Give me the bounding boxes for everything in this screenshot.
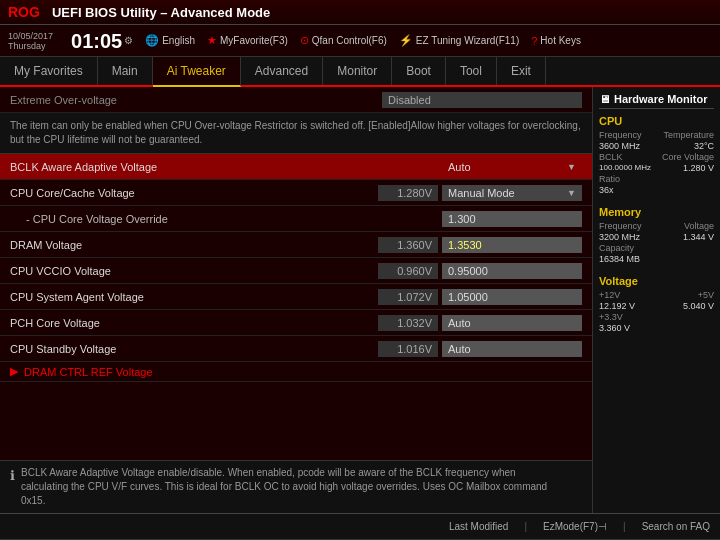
expand-icon: ▶: [10, 365, 18, 378]
cpu-bclk-val-row: 100.0000 MHz 1.280 V: [599, 163, 714, 173]
v33-val-row: 3.360 V: [599, 323, 714, 333]
tab-exit[interactable]: Exit: [497, 57, 546, 85]
hotkeys-icon: ?: [531, 35, 537, 47]
mem-freq-row: Frequency Voltage: [599, 221, 714, 231]
pch-core-value[interactable]: Auto: [442, 315, 582, 331]
dram-voltage-value[interactable]: 1.3530: [442, 237, 582, 253]
info-box: The item can only be enabled when CPU Ov…: [0, 113, 592, 154]
tab-boot[interactable]: Boot: [392, 57, 446, 85]
separator1: |: [524, 521, 527, 532]
voltage-section-title: Voltage: [599, 275, 714, 287]
tab-tool[interactable]: Tool: [446, 57, 497, 85]
settings-icon[interactable]: ⚙: [124, 35, 133, 46]
cpu-sys-agent-label: CPU System Agent Voltage: [10, 291, 378, 303]
v12-val-row: 12.192 V 5.040 V: [599, 301, 714, 311]
v33-label-row: +3.3V: [599, 312, 714, 322]
my-favorite-btn[interactable]: ★ MyFavorite(F3): [207, 34, 288, 47]
hot-keys-btn[interactable]: ? Hot Keys: [531, 35, 581, 47]
dram-voltage-current: 1.360V: [378, 237, 438, 253]
content-area: Extreme Over-voltage Disabled The item c…: [0, 87, 592, 513]
footer-info-text: BCLK Aware Adaptive Voltage enable/disab…: [21, 466, 562, 508]
memory-section: Memory Frequency Voltage 3200 MHz 1.344 …: [599, 206, 714, 265]
time-display: 01:05: [71, 31, 122, 51]
bclk-aware-dropdown[interactable]: Auto ▼: [442, 159, 582, 175]
cpu-cache-voltage-current: 1.280V: [378, 185, 438, 201]
header: ROG UEFI BIOS Utility – Advanced Mode: [0, 0, 720, 25]
cpu-cache-voltage-label: CPU Core/Cache Voltage: [10, 187, 378, 199]
main-layout: Extreme Over-voltage Disabled The item c…: [0, 87, 720, 513]
tab-ai-tweaker[interactable]: Ai Tweaker: [153, 57, 241, 87]
mem-cap-row: Capacity: [599, 243, 714, 253]
monitor-icon: 🖥: [599, 93, 610, 105]
qfan-control-btn[interactable]: ⊙ Qfan Control(F6): [300, 34, 387, 47]
dram-voltage-label: DRAM Voltage: [10, 239, 378, 251]
search-faq-btn[interactable]: Search on FAQ: [642, 521, 710, 532]
cpu-freq-row: Frequency Temperature: [599, 130, 714, 140]
cpu-vccio-current: 0.960V: [378, 263, 438, 279]
bclk-aware-row[interactable]: BCLK Aware Adaptive Voltage Auto ▼: [0, 154, 592, 180]
header-title: UEFI BIOS Utility – Advanced Mode: [52, 5, 712, 20]
info-footer: ℹ BCLK Aware Adaptive Voltage enable/dis…: [0, 460, 592, 513]
pch-core-row[interactable]: PCH Core Voltage 1.032V Auto: [0, 310, 592, 336]
hardware-monitor-sidebar: 🖥 Hardware Monitor CPU Frequency Tempera…: [592, 87, 720, 513]
cpu-cache-voltage-row[interactable]: CPU Core/Cache Voltage 1.280V Manual Mod…: [0, 180, 592, 206]
dram-voltage-row[interactable]: DRAM Voltage 1.360V 1.3530: [0, 232, 592, 258]
pch-core-current: 1.032V: [378, 315, 438, 331]
cpu-standby-row[interactable]: CPU Standby Voltage 1.016V Auto: [0, 336, 592, 362]
v12-row: +12V +5V: [599, 290, 714, 300]
dram-ctrl-label: DRAM CTRL REF Voltage: [24, 366, 153, 378]
bottom-bar: Last Modified | EzMode(F7)⊣ | Search on …: [0, 513, 720, 539]
cpu-sys-agent-value[interactable]: 1.05000: [442, 289, 582, 305]
extreme-overvoltage-row: Extreme Over-voltage Disabled: [0, 87, 592, 113]
cpu-vccio-label: CPU VCCIO Voltage: [10, 265, 378, 277]
tab-my-favorites[interactable]: My Favorites: [0, 57, 98, 85]
content-scroll[interactable]: Extreme Over-voltage Disabled The item c…: [0, 87, 592, 460]
ez-tuning-btn[interactable]: ⚡ EZ Tuning Wizard(F11): [399, 34, 519, 47]
date-display: 10/05/2017Thursday: [8, 31, 53, 51]
extreme-overvoltage-value: Disabled: [382, 92, 582, 108]
cpu-core-override-label: - CPU Core Voltage Override: [10, 213, 442, 225]
cpu-ratio-val-row: 36x: [599, 185, 714, 195]
cpu-core-override-row[interactable]: - CPU Core Voltage Override 1.300: [0, 206, 592, 232]
ez-mode-btn[interactable]: EzMode(F7)⊣: [543, 521, 607, 532]
memory-section-title: Memory: [599, 206, 714, 218]
last-modified-btn[interactable]: Last Modified: [449, 521, 508, 532]
cpu-vccio-value[interactable]: 0.95000: [442, 263, 582, 279]
voltage-section: Voltage +12V +5V 12.192 V 5.040 V +3.3V …: [599, 275, 714, 334]
cpu-freq-val-row: 3600 MHz 32°C: [599, 141, 714, 151]
cpu-cache-voltage-dropdown[interactable]: Manual Mode ▼: [442, 185, 582, 201]
dram-ctrl-row[interactable]: ▶ DRAM CTRL REF Voltage: [0, 362, 592, 382]
mem-cap-val-row: 16384 MB: [599, 254, 714, 264]
nav-tabs: My Favorites Main Ai Tweaker Advanced Mo…: [0, 57, 720, 87]
cpu-bclk-row: BCLK Core Voltage: [599, 152, 714, 162]
hw-monitor-title: 🖥 Hardware Monitor: [599, 93, 714, 109]
mem-freq-val-row: 3200 MHz 1.344 V: [599, 232, 714, 242]
fan-icon: ⊙: [300, 34, 309, 47]
dropdown-arrow-icon2: ▼: [567, 188, 576, 198]
topbar: 10/05/2017Thursday 01:05 ⚙ 🌐 English ★ M…: [0, 25, 720, 57]
pch-core-label: PCH Core Voltage: [10, 317, 378, 329]
cpu-vccio-row[interactable]: CPU VCCIO Voltage 0.960V 0.95000: [0, 258, 592, 284]
info-icon: ℹ: [10, 467, 15, 485]
tab-advanced[interactable]: Advanced: [241, 57, 323, 85]
favorite-icon: ★: [207, 34, 217, 47]
cpu-sys-agent-row[interactable]: CPU System Agent Voltage 1.072V 1.05000: [0, 284, 592, 310]
bclk-aware-label: BCLK Aware Adaptive Voltage: [10, 161, 442, 173]
cpu-standby-current: 1.016V: [378, 341, 438, 357]
language-icon: 🌐: [145, 34, 159, 47]
rog-logo: ROG: [8, 4, 40, 20]
tab-main[interactable]: Main: [98, 57, 153, 85]
dropdown-arrow-icon: ▼: [567, 162, 576, 172]
tab-monitor[interactable]: Monitor: [323, 57, 392, 85]
extreme-overvoltage-label: Extreme Over-voltage: [10, 94, 382, 106]
tuning-icon: ⚡: [399, 34, 413, 47]
cpu-ratio-row: Ratio: [599, 174, 714, 184]
cpu-section-title: CPU: [599, 115, 714, 127]
cpu-sys-agent-current: 1.072V: [378, 289, 438, 305]
separator2: |: [623, 521, 626, 532]
cpu-core-override-value[interactable]: 1.300: [442, 211, 582, 227]
cpu-standby-value[interactable]: Auto: [442, 341, 582, 357]
language-selector[interactable]: 🌐 English: [145, 34, 195, 47]
cpu-standby-label: CPU Standby Voltage: [10, 343, 378, 355]
cpu-section: CPU Frequency Temperature 3600 MHz 32°C …: [599, 115, 714, 196]
